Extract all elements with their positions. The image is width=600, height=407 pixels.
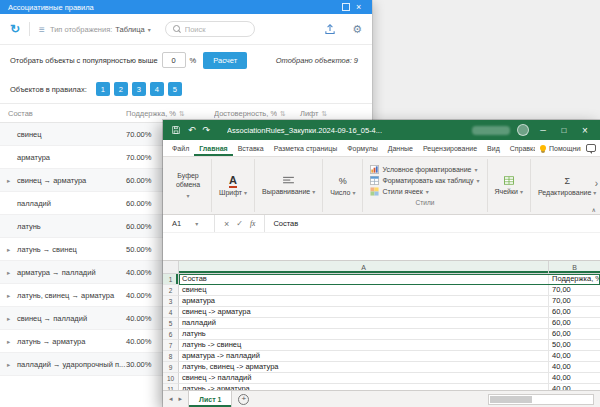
cell-a[interactable]: арматура -> палладий — [179, 351, 549, 362]
horizontal-scrollbar[interactable] — [488, 394, 594, 405]
add-sheet-icon[interactable] — [238, 394, 249, 405]
settings-gear-icon[interactable] — [352, 23, 362, 36]
cell-b[interactable]: 60,00 — [549, 329, 600, 340]
excel-titlebar[interactable]: AssociationRules_Закупки.2024-09-16_05-4… — [163, 120, 600, 140]
rule-size-button-5[interactable]: 5 — [168, 82, 182, 96]
search-box[interactable] — [165, 21, 255, 37]
row-number[interactable]: 8 — [163, 351, 179, 362]
cell-b[interactable]: 70,00 — [549, 285, 600, 296]
grid-row[interactable]: 7 латунь -> свинец 50,00 — [163, 340, 600, 351]
cell-a[interactable]: палладий — [179, 318, 549, 329]
cell-a[interactable]: арматура — [179, 296, 549, 307]
row-number[interactable]: 9 — [163, 362, 179, 373]
confirm-entry-icon[interactable] — [236, 219, 243, 228]
number-group-button[interactable]: Число — [323, 159, 363, 212]
close-window-icon[interactable] — [356, 3, 364, 11]
row-number[interactable]: 6 — [163, 329, 179, 340]
formula-input[interactable]: Состав — [265, 219, 298, 228]
clipboard-group-button[interactable]: Буфер обмена — [165, 159, 212, 212]
cell-styles-button[interactable]: Стили ячеек — [370, 187, 428, 196]
row-number[interactable]: 10 — [163, 373, 179, 384]
grid-row[interactable]: 9 латунь, свинец -> арматура 40,00 — [163, 362, 600, 373]
row-number[interactable]: 5 — [163, 318, 179, 329]
cell-a[interactable]: латунь, свинец -> арматура — [179, 362, 549, 373]
alignment-group-button[interactable]: Выравнивание — [255, 159, 323, 212]
ribbon-tab[interactable]: Справка — [505, 140, 535, 156]
font-group-button[interactable]: Шрифт — [212, 159, 255, 212]
expand-arrow-icon[interactable]: ▸ — [7, 261, 10, 284]
export-icon[interactable] — [324, 23, 336, 35]
chevron-down-icon[interactable] — [148, 25, 151, 34]
collapse-ribbon-icon[interactable] — [592, 206, 596, 213]
minimize-icon[interactable] — [536, 126, 550, 135]
cell-a[interactable]: латунь -> арматура — [179, 384, 549, 390]
spreadsheet-grid[interactable]: 1 Состав Поддержка, % 2 свинец 70,00 3 а… — [163, 274, 600, 390]
grid-row[interactable]: 6 латунь 60,00 — [163, 329, 600, 340]
cell-b[interactable]: 70,00 — [549, 296, 600, 307]
ribbon-tab[interactable]: Данные — [383, 140, 418, 156]
cell-a[interactable]: свинец -> арматура — [179, 307, 549, 318]
grid-row[interactable]: 11 латунь -> арматура 40,00 — [163, 384, 600, 390]
restore-icon[interactable] — [557, 126, 571, 135]
expand-arrow-icon[interactable]: ▸ — [7, 238, 10, 261]
name-box[interactable]: A1 — [163, 215, 215, 232]
cell-a[interactable]: свинец — [179, 285, 549, 296]
cell-b[interactable]: 60,00 — [549, 307, 600, 318]
sheet-nav-left-icon[interactable] — [169, 395, 173, 403]
sort-icon[interactable] — [179, 109, 185, 118]
grid-row[interactable]: 4 свинец -> арматура 60,00 — [163, 307, 600, 318]
expand-arrow-icon[interactable]: ▸ — [7, 353, 10, 376]
ribbon-tab-assistant[interactable]: Помощник — [535, 140, 586, 156]
conditional-formatting-button[interactable]: Условное форматирование — [370, 165, 477, 174]
cell-b[interactable]: 50,00 — [549, 340, 600, 351]
row-number[interactable]: 7 — [163, 340, 179, 351]
calculate-button[interactable]: Расчет — [203, 52, 247, 69]
rule-size-button-1[interactable]: 1 — [96, 82, 110, 96]
cell-b[interactable]: 40,00 — [549, 373, 600, 384]
grid-row[interactable]: 3 арматура 70,00 — [163, 296, 600, 307]
row-number[interactable]: 1 — [163, 274, 179, 285]
row-number[interactable]: 4 — [163, 307, 179, 318]
sheet-nav-right-icon[interactable] — [179, 395, 183, 403]
sort-icon[interactable] — [280, 109, 286, 118]
grid-row[interactable]: 2 свинец 70,00 — [163, 285, 600, 296]
cell-a[interactable]: латунь -> свинец — [179, 340, 549, 351]
cell-a[interactable]: латунь — [179, 329, 549, 340]
column-header-b[interactable]: B — [549, 261, 600, 273]
scrollbar-thumb[interactable] — [490, 396, 532, 403]
format-as-table-button[interactable]: Форматировать как таблицу — [370, 176, 479, 185]
expand-arrow-icon[interactable]: ▸ — [7, 330, 10, 353]
comment-icon[interactable] — [586, 144, 596, 152]
grid-row[interactable]: 5 палладий 60,00 — [163, 318, 600, 329]
redo-icon[interactable] — [203, 125, 211, 135]
window-titlebar[interactable]: Ассоциативные правила — [0, 0, 372, 14]
sheet-tab[interactable]: Лист 1 — [188, 391, 232, 407]
cell-a[interactable]: свинец -> палладий — [179, 373, 549, 384]
expand-arrow-icon[interactable]: ▸ — [7, 169, 10, 192]
display-type-value[interactable]: Таблица — [115, 25, 144, 34]
grid-row[interactable]: 1 Состав Поддержка, % — [163, 274, 600, 285]
ribbon-tab[interactable]: Вставка — [233, 140, 269, 156]
undo-icon[interactable] — [188, 125, 196, 135]
grid-row[interactable]: 10 свинец -> палладий 40,00 — [163, 373, 600, 384]
sort-icon[interactable] — [322, 109, 328, 118]
cells-group-button[interactable]: Ячейки — [488, 159, 532, 212]
save-icon[interactable] — [171, 125, 181, 135]
expand-arrow-icon[interactable]: ▸ — [7, 307, 10, 330]
rule-size-button-3[interactable]: 3 — [132, 82, 146, 96]
threshold-input[interactable] — [162, 52, 186, 68]
ribbon-tab[interactable]: Главная — [194, 140, 232, 156]
column-header-a[interactable]: A — [179, 261, 549, 273]
cancel-entry-icon[interactable] — [224, 219, 229, 229]
close-icon[interactable] — [578, 125, 592, 136]
ribbon-overflow-icon[interactable] — [595, 178, 598, 189]
select-all-corner[interactable] — [163, 261, 179, 273]
rule-size-button-4[interactable]: 4 — [150, 82, 164, 96]
cell-b[interactable]: 40,00 — [549, 351, 600, 362]
editing-group-button[interactable]: Редактирование — [531, 159, 600, 212]
ribbon-tab[interactable]: Файл — [167, 140, 194, 156]
cell-a[interactable]: Состав — [179, 274, 549, 285]
expand-arrow-icon[interactable]: ▸ — [7, 284, 10, 307]
grid-row[interactable]: 8 арматура -> палладий 40,00 — [163, 351, 600, 362]
cell-b[interactable]: 60,00 — [549, 318, 600, 329]
